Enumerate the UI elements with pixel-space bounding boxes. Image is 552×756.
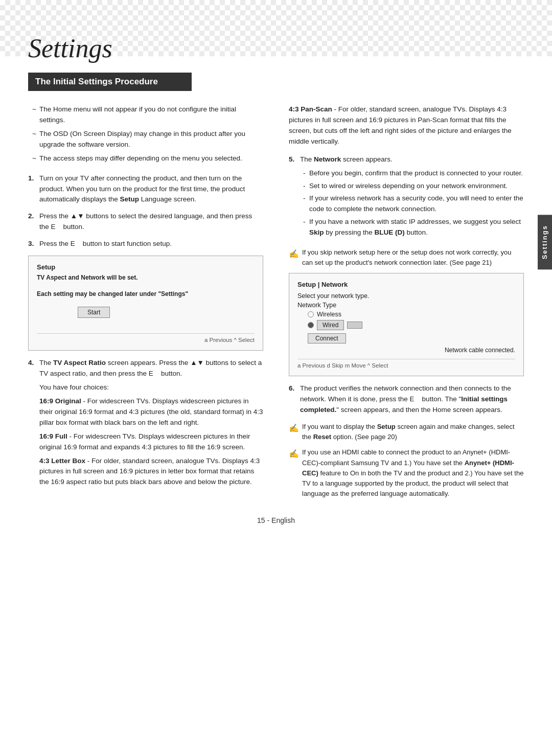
pan-scan-text: 4:3 Pan-Scan - For older, standard scree…: [289, 104, 524, 147]
network-box-footer: a Previous d Skip m Move ^ Select: [297, 359, 515, 369]
step-4-num: 4.: [28, 358, 39, 491]
setup-box-sub1: TV Aspect and Network will be set.: [37, 274, 255, 281]
memo-icon-3: ✍: [289, 448, 299, 461]
network-box-title: Setup | Network: [297, 281, 515, 288]
step-1-num: 1.: [28, 173, 39, 205]
network-type-label: Network Type: [297, 302, 515, 309]
step-6: 6. The product verifies the network conn…: [289, 383, 524, 416]
wireless-radio: [308, 311, 314, 317]
network-bullet-3: If your wireless network has a security …: [300, 193, 524, 215]
step-1: 1. Turn on your TV after connecting the …: [28, 173, 263, 205]
network-skip-note: ✍ If you skip network setup here or the …: [289, 247, 524, 268]
network-radio-group: Wireless Wired: [308, 311, 515, 330]
side-tab: Settings: [538, 215, 552, 269]
note-2-text: If you use an HDMI cable to connect the …: [302, 447, 524, 499]
step-5-num: 5.: [289, 154, 300, 241]
step-3-content: Press the E button to start function set…: [39, 239, 263, 249]
setup-box-title: Setup: [37, 263, 255, 271]
section-header: The Initial Settings Procedure: [28, 73, 192, 91]
note-2: ✍ If you use an HDMI cable to connect th…: [289, 447, 524, 499]
step-2-content: Press the ▲▼ buttons to select the desir…: [39, 211, 263, 233]
step-2: 2. Press the ▲▼ buttons to select the de…: [28, 211, 263, 233]
setup-box-footer: a Previous ^ Select: [37, 333, 255, 343]
setup-start-button[interactable]: Start: [78, 307, 110, 318]
wired-label: Wired: [317, 320, 344, 330]
note-1: ✍ If you want to display the Setup scree…: [289, 422, 524, 442]
memo-icon-2: ✍: [289, 422, 299, 435]
wired-option[interactable]: Wired: [308, 320, 515, 330]
wired-radio: [308, 322, 314, 328]
intro-bullets: The Home menu will not appear if you do …: [28, 104, 263, 164]
connect-button[interactable]: Connect: [308, 333, 346, 343]
setup-box: Setup TV Aspect and Network will be set.…: [28, 256, 263, 351]
step-4: 4. The TV Aspect Ratio screen appears. P…: [28, 358, 263, 491]
setup-box-sub2: Each setting may be changed later under …: [37, 290, 255, 297]
step-5-content: The Network screen appears. Before you b…: [300, 154, 524, 241]
left-column: The Home menu will not appear if you do …: [28, 104, 268, 504]
note-1-text: If you want to display the Setup screen …: [302, 422, 524, 442]
network-box: Setup | Network Select your network type…: [289, 273, 524, 376]
step-4-content: The TV Aspect Ratio screen appears. Pres…: [39, 358, 263, 491]
network-select-label: Select your network type.: [297, 292, 515, 300]
connector-icon: [347, 322, 362, 329]
step-3-num: 3.: [28, 239, 39, 249]
memo-icon-1: ✍: [289, 248, 299, 261]
step-5: 5. The Network screen appears. Before yo…: [289, 154, 524, 241]
page-footer: 15 - English: [28, 516, 524, 524]
step-2-num: 2.: [28, 211, 39, 233]
page-title: Settings: [28, 33, 524, 63]
bullet-3: The access steps may differ depending on…: [32, 153, 263, 164]
step-6-content: The product verifies the network connect…: [300, 383, 524, 416]
step-1-content: Turn on your TV after connecting the pro…: [39, 173, 263, 205]
right-column: 4:3 Pan-Scan - For older, standard scree…: [284, 104, 524, 504]
network-skip-text: If you skip network setup here or the se…: [302, 247, 524, 268]
network-bullet-2: Set to wired or wireless depending on yo…: [300, 181, 524, 192]
wireless-option[interactable]: Wireless: [308, 311, 515, 318]
bullet-1: The Home menu will not appear if you do …: [32, 104, 263, 126]
wireless-label: Wireless: [317, 311, 341, 318]
step-3: 3. Press the E button to start function …: [28, 239, 263, 249]
bullet-2: The OSD (On Screen Display) may change i…: [32, 129, 263, 150]
step-6-num: 6.: [289, 383, 300, 416]
cable-connected-text: Network cable connected.: [297, 347, 515, 354]
network-bullet-1: Before you begin, confirm that the produ…: [300, 168, 524, 179]
network-bullet-4: If you have a network with static IP add…: [300, 217, 524, 238]
